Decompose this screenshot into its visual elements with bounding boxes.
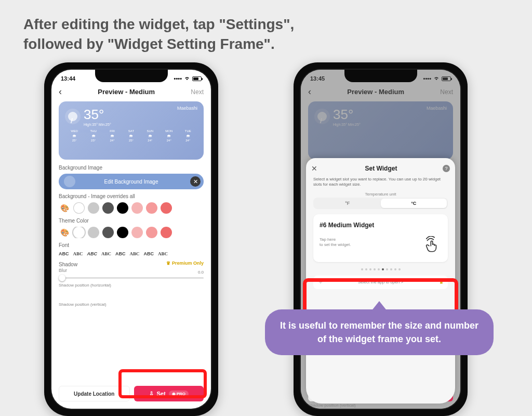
notch (95, 70, 168, 82)
label-shadow-vertical: Shadow position (vertical) (308, 403, 356, 408)
palette-icon[interactable]: 🎨 (59, 204, 70, 212)
content: Maebashi 35° High:35° Min:25° WED25° THU… (51, 101, 211, 308)
temperature-unit-segmented[interactable]: °F °C (313, 198, 448, 209)
swatch-black[interactable] (117, 227, 128, 238)
phone-right: 13:45 •••• ‹ Preview - Medium Next Maeba… (294, 62, 468, 416)
font-option[interactable]: ABC (101, 251, 111, 256)
font-option[interactable]: ABC (59, 251, 69, 256)
instruction-line1: After editing the widget, tap "Settings"… (23, 15, 509, 34)
weather-location: Maebashi (177, 106, 197, 111)
set-widget-modal: ✕ Set Widget ? Select a widget slot you … (306, 158, 455, 404)
instruction-line2: followed by "Widget Setting Frame". (23, 34, 509, 54)
label-shadow-horizontal: Shadow position (horizontal) (59, 283, 204, 288)
font-option[interactable]: ABC (73, 251, 83, 256)
edit-bg-label: Edit Background Image (104, 179, 158, 185)
notch (344, 70, 417, 82)
font-option[interactable]: ABC (158, 251, 168, 256)
blur-slider[interactable]: 0.0 (59, 277, 204, 279)
label-background-image: Background Image (59, 165, 204, 171)
background-color-swatches: 🎨 (59, 202, 204, 214)
swatch-darkgrey[interactable] (102, 227, 114, 238)
swatch-white[interactable] (73, 227, 85, 238)
swatch-pink1[interactable] (131, 227, 143, 238)
set-label: Set (157, 391, 166, 397)
page-title: Preview - Medium (98, 88, 155, 96)
signal-icon: •••• (174, 75, 182, 82)
tip-bubble: It is useful to remember the size and nu… (265, 309, 494, 355)
wifi-icon (184, 75, 190, 82)
blur-value: 0.0 (198, 270, 204, 275)
forecast-row: WED25° THU25° FRI24° SAT25° SUN24° MON24… (65, 129, 197, 143)
download-icon: ⇩ (149, 391, 154, 397)
weather-icon (65, 109, 81, 124)
swatch-grey[interactable] (88, 227, 99, 238)
next-button[interactable]: Next (191, 88, 204, 96)
label-shadow-vertical: Shadow position (vertical) (59, 302, 204, 307)
label-theme-color: Theme Color (59, 218, 204, 224)
instruction-text: After editing the widget, tap "Settings"… (23, 15, 509, 54)
screen-right: 13:45 •••• ‹ Preview - Medium Next Maeba… (301, 70, 460, 409)
label-shadow: Shadow (59, 262, 77, 267)
label-blur: Blur (59, 268, 204, 273)
status-time: 13:44 (61, 75, 75, 82)
theme-color-swatches: 🎨 (59, 227, 204, 238)
topnav: ‹ Preview - Medium Next (51, 84, 211, 101)
label-bg-override: Background - Image overrides all (59, 193, 204, 199)
premium-badge: Premium Only (166, 261, 204, 266)
update-location-button[interactable]: Update Location (59, 386, 130, 401)
battery-icon (192, 76, 202, 81)
tap-hand-icon (423, 236, 441, 256)
status-icons: •••• (174, 75, 202, 82)
swatch-grey[interactable] (88, 202, 99, 214)
back-button[interactable]: ‹ (59, 86, 62, 97)
swatch-darkgrey[interactable] (102, 202, 114, 214)
swatch-red[interactable] (161, 202, 172, 214)
unit-f[interactable]: °F (314, 199, 381, 208)
set-button[interactable]: ⇩ Set ◉ PRO (134, 386, 204, 401)
select-app-button[interactable]: ＋ Select the app to open > ♛ (313, 276, 448, 289)
modal-description: Select a widget slot you want to replace… (311, 177, 450, 192)
font-option[interactable]: ABC (144, 251, 154, 256)
pro-badge: ◉ PRO (169, 391, 189, 397)
font-options: ABC ABC ABC ABC ABC ABC ABC ABC (59, 251, 204, 256)
swatch-pink2[interactable] (146, 227, 157, 238)
slider-thumb[interactable] (59, 275, 65, 281)
swatch-pink1[interactable] (131, 202, 143, 214)
edit-background-image-button[interactable]: Edit Background Image ✕ (59, 174, 204, 189)
screen-left: 13:44 •••• ‹ Preview - Medium Next Maeba… (51, 70, 211, 409)
plus-icon: ＋ (317, 278, 324, 287)
unit-c[interactable]: °C (381, 199, 447, 208)
font-option[interactable]: ABC (87, 251, 98, 256)
bubble-icon (64, 176, 75, 187)
swatch-red[interactable] (161, 227, 172, 238)
weather-temp: 35° (84, 107, 111, 123)
slot-title: #6 Medium Widget (320, 222, 442, 229)
close-icon[interactable]: ✕ (311, 164, 320, 173)
palette-icon[interactable]: 🎨 (59, 228, 70, 237)
swatch-white[interactable] (73, 202, 85, 214)
crown-icon: ♛ (439, 279, 444, 285)
label-temp-unit: Temperature unit (311, 192, 450, 197)
modal-title: Set Widget (320, 165, 443, 172)
weather-hilo: High:35° Min:25° (84, 123, 111, 126)
swatch-black[interactable] (117, 202, 128, 214)
widget-slot-card[interactable]: #6 Medium Widget Tap here to set the wid… (313, 214, 448, 262)
slot-pager[interactable] (311, 268, 450, 270)
font-option[interactable]: ABC (115, 251, 126, 256)
clear-bg-icon[interactable]: ✕ (190, 176, 201, 187)
open-app-label: Select the app to open > (358, 280, 403, 284)
label-font: Font (59, 242, 204, 248)
swatch-pink2[interactable] (146, 202, 157, 214)
weather-widget-preview: Maebashi 35° High:35° Min:25° WED25° THU… (59, 101, 204, 160)
phone-left: 13:44 •••• ‹ Preview - Medium Next Maeba… (44, 62, 218, 416)
help-icon[interactable]: ? (443, 165, 450, 172)
font-option[interactable]: ABC (130, 251, 140, 256)
bottom-toolbar: Update Location ⇩ Set ◉ PRO (59, 386, 204, 401)
